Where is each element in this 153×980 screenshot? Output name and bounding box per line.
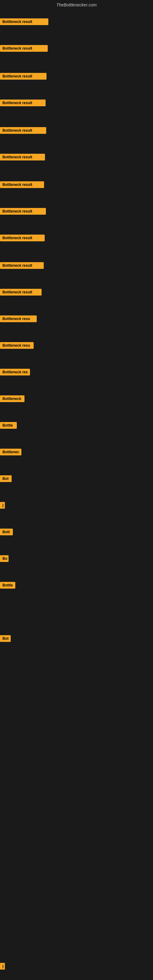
bottleneck-badge[interactable]: Bottleneck result — [0, 208, 46, 215]
bottleneck-badge[interactable]: Bottleneck result — [0, 289, 41, 296]
bottleneck-result-row: Bottlenec — [0, 449, 21, 457]
bottleneck-result-row: Bottleneck — [0, 395, 24, 403]
bottleneck-badge[interactable]: Bottleneck res — [0, 369, 30, 375]
bottleneck-result-row: Bot — [0, 635, 11, 643]
bottleneck-badge[interactable]: | — [0, 502, 5, 509]
bottleneck-result-row: Bottleneck result — [0, 73, 46, 81]
bottleneck-result-row: Bottleneck result — [0, 181, 44, 189]
bottleneck-result-row: Bottleneck resu — [0, 342, 33, 350]
bottleneck-result-row: Bottleneck res — [0, 369, 30, 377]
bottleneck-badge[interactable]: Bottleneck resu — [0, 342, 33, 349]
bottleneck-badge[interactable]: Bottleneck result — [0, 154, 45, 161]
bottleneck-result-row: Bottle — [0, 582, 15, 590]
bottleneck-badge[interactable]: Bott — [0, 528, 13, 535]
bottleneck-result-row: | — [0, 502, 5, 510]
bottleneck-result-row: Bottleneck result — [0, 262, 44, 270]
bottleneck-result-row: Bott — [0, 528, 13, 536]
bottleneck-result-row: Bottleneck resu — [0, 315, 37, 323]
bottleneck-badge[interactable]: Bottleneck result — [0, 127, 46, 134]
bottleneck-result-row: Bo — [0, 555, 9, 563]
bottleneck-result-row: Bottleneck result — [0, 18, 48, 26]
bottleneck-badge[interactable]: Bottleneck result — [0, 18, 48, 25]
bottleneck-result-row: Bottleneck result — [0, 289, 41, 297]
bottleneck-badge[interactable]: Bottle — [0, 422, 17, 429]
bottleneck-result-row: Bot — [0, 475, 12, 483]
bottleneck-badge[interactable]: Bottleneck result — [0, 73, 46, 80]
site-title: TheBottlenecker.com — [0, 0, 153, 10]
bottleneck-result-row: Bottleneck result — [0, 154, 45, 162]
bottleneck-badge[interactable]: Bottleneck resu — [0, 315, 37, 322]
bottleneck-badge[interactable]: Bottleneck result — [0, 235, 45, 241]
bottleneck-badge[interactable]: Bottlenec — [0, 449, 21, 455]
bottleneck-badge[interactable]: Bottleneck result — [0, 262, 44, 269]
bottleneck-badge[interactable]: Bot — [0, 475, 12, 482]
bottleneck-result-row: Bottle — [0, 422, 17, 430]
bottleneck-result-row: Bottleneck result — [0, 208, 46, 216]
bottleneck-result-row: Bottleneck result — [0, 235, 45, 243]
bottleneck-result-row: Bottleneck result — [0, 127, 46, 135]
bottleneck-badge[interactable]: Bottleneck — [0, 395, 24, 402]
bottleneck-badge[interactable]: Bottleneck result — [0, 45, 48, 52]
bottleneck-badge[interactable]: Bot — [0, 635, 11, 642]
bottleneck-badge[interactable]: Bottleneck result — [0, 100, 46, 106]
bottleneck-result-row: Bottleneck result — [0, 45, 48, 53]
bottleneck-result-row: | — [0, 963, 5, 971]
bottleneck-badge[interactable]: Bo — [0, 555, 9, 562]
bottleneck-result-row: Bottleneck result — [0, 100, 46, 108]
bottleneck-badge[interactable]: | — [0, 963, 5, 970]
bottleneck-badge[interactable]: Bottleneck result — [0, 181, 44, 188]
bottleneck-badge[interactable]: Bottle — [0, 582, 15, 589]
